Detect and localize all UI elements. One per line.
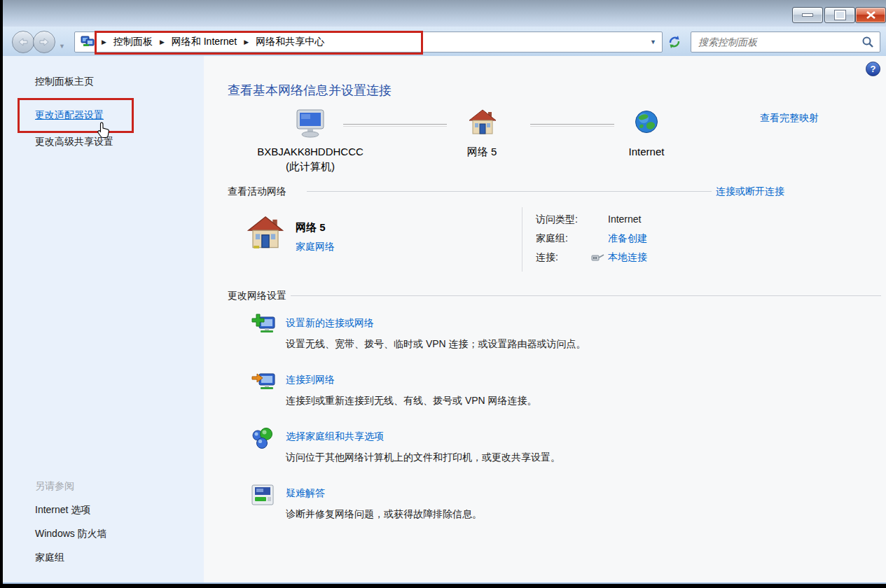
- help-button[interactable]: ?: [866, 62, 880, 76]
- map-network-label[interactable]: 网络 5: [447, 146, 517, 159]
- section-rule: [291, 295, 881, 296]
- home-network-label: 家庭网络: [296, 241, 335, 252]
- see-full-map-link[interactable]: 查看完整映射: [760, 112, 819, 125]
- connect-disconnect-label: 连接或断开连接: [716, 186, 784, 197]
- sidebar-item-homegroup[interactable]: 家庭组: [35, 552, 64, 564]
- new-connection-icon: [251, 314, 276, 340]
- task-new-connection-desc: 设置无线、宽带、拨号、临时或 VPN 连接；或设置路由器或访问点。: [286, 338, 586, 351]
- back-arrow-icon: [18, 38, 29, 46]
- access-type-label: 访问类型:: [536, 214, 578, 226]
- network-house-icon[interactable]: [468, 109, 497, 139]
- adapter-settings-highlight-box: [18, 98, 134, 133]
- search-box[interactable]: [691, 31, 880, 52]
- homegroup-ready-label: 准备创建: [608, 232, 647, 244]
- task-homegroup-options-desc: 访问位于其他网络计算机上的文件和打印机，或更改共享设置。: [286, 451, 560, 464]
- close-button[interactable]: [855, 7, 886, 23]
- connect-disconnect-link[interactable]: 连接或断开连接: [716, 186, 784, 198]
- local-connection-link[interactable]: 本地连接: [608, 251, 647, 264]
- search-icon: [861, 36, 874, 48]
- map-connector-line: [530, 124, 614, 127]
- back-button[interactable]: [12, 31, 34, 53]
- this-computer-label: (此计算机): [249, 160, 372, 174]
- sidebar-item-control-panel-home[interactable]: 控制面板主页: [35, 76, 94, 88]
- section-rule: [307, 191, 712, 192]
- window-bottom-border: [3, 582, 886, 584]
- map-internet-label[interactable]: Internet: [611, 146, 681, 158]
- address-dropdown-icon[interactable]: ▼: [650, 38, 656, 46]
- map-connector-line: [343, 124, 447, 127]
- connect-to-network-icon: [251, 370, 276, 397]
- refresh-button[interactable]: [666, 34, 683, 53]
- page-title: 查看基本网络信息并设置连接: [228, 82, 392, 99]
- homegroup-ready-link[interactable]: 准备创建: [608, 232, 647, 245]
- sidebar-item-windows-firewall[interactable]: Windows 防火墙: [35, 528, 107, 540]
- task-troubleshoot-desc: 诊断并修复网络问题，或获得故障排除信息。: [286, 508, 482, 521]
- active-network-house-icon: [247, 216, 284, 253]
- troubleshoot-icon: [251, 484, 276, 510]
- sidebar-item-internet-options[interactable]: Internet 选项: [35, 504, 90, 517]
- task-connect-network-link[interactable]: 连接到网络: [286, 374, 335, 386]
- search-input[interactable]: [697, 36, 861, 48]
- title-bar: [3, 0, 886, 27]
- see-also-header: 另请参阅: [35, 480, 74, 493]
- connections-label: 连接:: [536, 251, 558, 264]
- computer-icon[interactable]: [293, 109, 328, 141]
- task-connect-network-label: 连接到网络: [286, 374, 335, 385]
- task-troubleshoot-label: 疑难解答: [286, 487, 325, 498]
- mouse-cursor-icon: [97, 122, 111, 141]
- chevron-down-icon: ▼: [59, 43, 65, 50]
- breadcrumb-highlight-box: [95, 31, 423, 55]
- maximize-icon: [835, 10, 845, 20]
- active-network-divider: [522, 207, 522, 272]
- homegroup-label: 家庭组:: [536, 232, 568, 245]
- change-network-settings-header: 更改网络设置: [228, 290, 286, 302]
- forward-button[interactable]: [33, 31, 55, 53]
- task-new-connection-link[interactable]: 设置新的连接或网络: [286, 317, 374, 330]
- network-type-link[interactable]: 家庭网络: [296, 241, 335, 253]
- task-homegroup-options-label: 选择家庭组和共享选项: [286, 430, 384, 442]
- active-network-name: 网络 5: [296, 221, 326, 234]
- recent-pages-dropdown[interactable]: ▼: [59, 38, 65, 51]
- access-type-value: Internet: [608, 214, 641, 225]
- internet-globe-icon[interactable]: [635, 110, 658, 136]
- refresh-icon: [666, 34, 683, 50]
- task-homegroup-options-link[interactable]: 选择家庭组和共享选项: [286, 430, 384, 443]
- close-icon: [866, 11, 875, 19]
- task-connect-network-desc: 连接到或重新连接到无线、有线、拨号或 VPN 网络连接。: [286, 395, 537, 407]
- network-sharing-center-window: ▼ ▶ 控制面板 ▶ 网络和 Internet ▶ 网络和共享中心 ▼: [0, 0, 886, 588]
- homegroup-sharing-icon: [251, 427, 276, 454]
- forward-arrow-icon: [39, 38, 50, 46]
- minimize-button[interactable]: [792, 7, 823, 23]
- local-connection-label: 本地连接: [608, 251, 647, 262]
- maximize-button[interactable]: [824, 7, 855, 23]
- task-new-connection-label: 设置新的连接或网络: [286, 317, 374, 328]
- ethernet-icon: [590, 253, 604, 265]
- network-places-icon: [81, 36, 95, 48]
- minimize-icon: [802, 13, 813, 17]
- see-full-map-label: 查看完整映射: [760, 112, 819, 123]
- help-icon: ?: [871, 64, 876, 74]
- active-networks-header: 查看活动网络: [228, 186, 286, 198]
- task-troubleshoot-link[interactable]: 疑难解答: [286, 487, 325, 500]
- computer-name-label[interactable]: BXBJAKK8HDDHCCC: [249, 146, 372, 158]
